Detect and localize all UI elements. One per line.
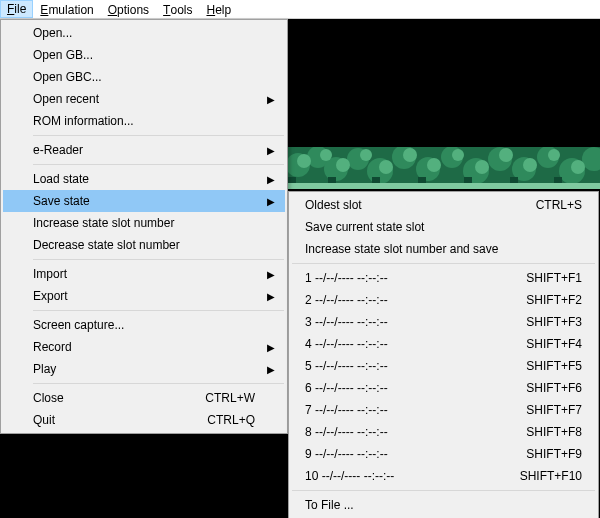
submenu-slot-8[interactable]: 8 --/--/---- --:--:--SHIFT+F8: [291, 421, 596, 443]
svg-rect-34: [510, 177, 518, 183]
chevron-right-icon: ▶: [267, 291, 275, 302]
submenu-slot-7[interactable]: 7 --/--/---- --:--:--SHIFT+F7: [291, 399, 596, 421]
menu-import[interactable]: Import▶: [3, 263, 285, 285]
menu-open[interactable]: Open...: [3, 22, 285, 44]
submenu-slot-1[interactable]: 1 --/--/---- --:--:--SHIFT+F1: [291, 267, 596, 289]
submenu-slot-6[interactable]: 6 --/--/---- --:--:--SHIFT+F6: [291, 377, 596, 399]
svg-point-24: [499, 148, 513, 162]
shortcut-label: SHIFT+F2: [506, 293, 582, 307]
chevron-right-icon: ▶: [267, 364, 275, 375]
menu-increase-slot[interactable]: Increase state slot number: [3, 212, 285, 234]
menubar: File Emulation Options Tools Help: [0, 0, 600, 19]
menubar-file-key: F: [7, 2, 14, 16]
menu-load-state[interactable]: Load state▶: [3, 168, 285, 190]
menu-save-state[interactable]: Save state▶: [3, 190, 285, 212]
menu-e-reader[interactable]: e-Reader▶: [3, 139, 285, 161]
menu-decrease-slot[interactable]: Decrease state slot number: [3, 234, 285, 256]
shortcut-label: SHIFT+F10: [500, 469, 582, 483]
svg-rect-31: [372, 177, 380, 183]
menubar-file[interactable]: File: [0, 0, 33, 18]
menubar-help[interactable]: Help: [199, 0, 238, 18]
submenu-slot-2[interactable]: 2 --/--/---- --:--:--SHIFT+F2: [291, 289, 596, 311]
svg-rect-32: [418, 177, 426, 183]
shortcut-label: SHIFT+F4: [506, 337, 582, 351]
chevron-right-icon: ▶: [267, 269, 275, 280]
shortcut-label: SHIFT+F9: [506, 447, 582, 461]
slot-label: 2 --/--/---- --:--:--: [305, 293, 506, 307]
svg-point-26: [548, 149, 560, 161]
slot-label: 8 --/--/---- --:--:--: [305, 425, 506, 439]
svg-point-20: [403, 148, 417, 162]
slot-label: 10 --/--/---- --:--:--: [305, 469, 500, 483]
menu-play[interactable]: Play▶: [3, 358, 285, 380]
menubar-emulation[interactable]: Emulation: [33, 0, 100, 18]
menubar-tools[interactable]: Tools: [156, 0, 199, 18]
chevron-right-icon: ▶: [267, 342, 275, 353]
svg-point-15: [297, 154, 311, 168]
menubar-file-post: ile: [14, 2, 26, 16]
svg-rect-30: [328, 177, 336, 183]
menu-rom-info[interactable]: ROM information...: [3, 110, 285, 132]
shortcut-label: SHIFT+F1: [506, 271, 582, 285]
svg-point-18: [360, 149, 372, 161]
menu-screen-capture[interactable]: Screen capture...: [3, 314, 285, 336]
shortcut-label: SHIFT+F6: [506, 381, 582, 395]
shortcut-label: SHIFT+F8: [506, 425, 582, 439]
menu-separator: [33, 310, 284, 311]
slot-label: 6 --/--/---- --:--:--: [305, 381, 506, 395]
chevron-right-icon: ▶: [267, 94, 275, 105]
file-menu: Open... Open GB... Open GBC... Open rece…: [0, 19, 288, 434]
slot-label: 1 --/--/---- --:--:--: [305, 271, 506, 285]
shortcut-label: SHIFT+F5: [506, 359, 582, 373]
submenu-oldest-slot[interactable]: Oldest slotCTRL+S: [291, 194, 596, 216]
submenu-to-file[interactable]: To File ...: [291, 494, 596, 516]
slot-label: 4 --/--/---- --:--:--: [305, 337, 506, 351]
submenu-slot-9[interactable]: 9 --/--/---- --:--:--SHIFT+F9: [291, 443, 596, 465]
save-state-submenu: Oldest slotCTRL+S Save current state slo…: [288, 191, 599, 518]
submenu-save-current-slot[interactable]: Save current state slot: [291, 216, 596, 238]
svg-point-27: [571, 160, 585, 174]
chevron-right-icon: ▶: [267, 145, 275, 156]
menu-separator: [33, 164, 284, 165]
shortcut-label: SHIFT+F3: [506, 315, 582, 329]
slot-label: 3 --/--/---- --:--:--: [305, 315, 506, 329]
menu-open-gbc[interactable]: Open GBC...: [3, 66, 285, 88]
menu-export[interactable]: Export▶: [3, 285, 285, 307]
svg-point-16: [320, 149, 332, 161]
chevron-right-icon: ▶: [267, 174, 275, 185]
menu-open-recent[interactable]: Open recent▶: [3, 88, 285, 110]
slot-label: 7 --/--/---- --:--:--: [305, 403, 506, 417]
svg-point-25: [523, 158, 537, 172]
slot-label: 5 --/--/---- --:--:--: [305, 359, 506, 373]
chevron-right-icon: ▶: [267, 196, 275, 207]
menubar-options[interactable]: Options: [101, 0, 156, 18]
svg-point-22: [452, 149, 464, 161]
game-tilemap-strip: [288, 147, 600, 189]
svg-rect-28: [288, 183, 600, 189]
svg-rect-33: [464, 177, 472, 183]
svg-point-17: [336, 158, 350, 172]
submenu-slot-3[interactable]: 3 --/--/---- --:--:--SHIFT+F3: [291, 311, 596, 333]
svg-point-19: [379, 160, 393, 174]
slot-label: 9 --/--/---- --:--:--: [305, 447, 506, 461]
submenu-slot-10[interactable]: 10 --/--/---- --:--:--SHIFT+F10: [291, 465, 596, 487]
submenu-slot-5[interactable]: 5 --/--/---- --:--:--SHIFT+F5: [291, 355, 596, 377]
menu-separator: [33, 259, 284, 260]
menu-separator: [33, 135, 284, 136]
menu-separator: [33, 383, 284, 384]
menu-record[interactable]: Record▶: [3, 336, 285, 358]
svg-point-21: [427, 158, 441, 172]
menu-open-gb[interactable]: Open GB...: [3, 44, 285, 66]
svg-rect-35: [554, 177, 562, 183]
shortcut-label: CTRL+Q: [187, 413, 255, 427]
menu-quit[interactable]: QuitCTRL+Q: [3, 409, 285, 431]
svg-point-23: [475, 160, 489, 174]
submenu-slot-4[interactable]: 4 --/--/---- --:--:--SHIFT+F4: [291, 333, 596, 355]
svg-rect-29: [288, 177, 296, 183]
submenu-increase-and-save[interactable]: Increase state slot number and save: [291, 238, 596, 260]
shortcut-label: SHIFT+F7: [506, 403, 582, 417]
shortcut-label: CTRL+S: [516, 198, 582, 212]
menu-separator: [292, 490, 595, 491]
menu-close[interactable]: CloseCTRL+W: [3, 387, 285, 409]
shortcut-label: CTRL+W: [185, 391, 255, 405]
